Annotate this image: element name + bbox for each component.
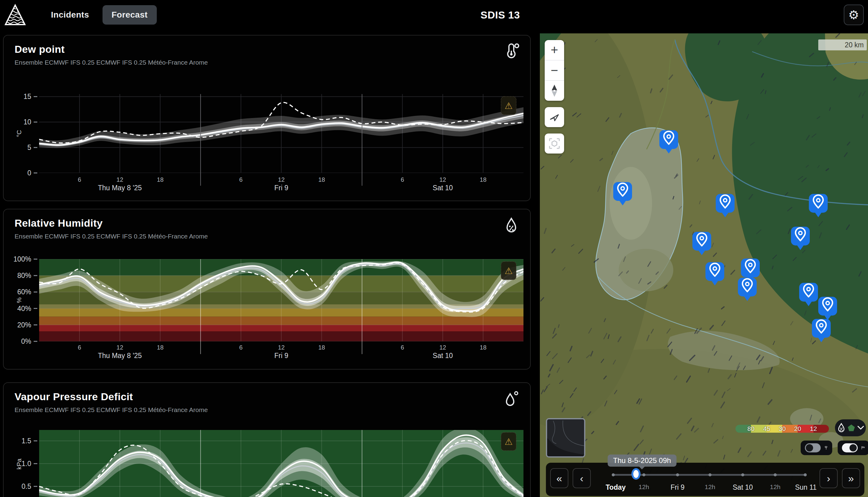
track-tick — [741, 473, 744, 477]
track-tick — [612, 473, 615, 477]
timeline-first-button[interactable]: « — [550, 468, 568, 488]
svg-text:10: 10 — [23, 118, 31, 126]
chart-warning-badge[interactable]: ⚠ — [501, 97, 516, 115]
panel-title: Dew point — [15, 43, 519, 55]
compass-button[interactable] — [545, 81, 564, 101]
svg-text:Thu May 8 '25: Thu May 8 '25 — [98, 184, 142, 192]
chart-warning-badge[interactable]: ⚠ — [501, 432, 516, 451]
tab-forecast[interactable]: Forecast — [102, 5, 157, 25]
map[interactable]: + − 20 km — [540, 33, 868, 497]
svg-text:12: 12 — [278, 176, 285, 183]
signpost-toggle[interactable] — [801, 441, 832, 455]
minus-icon: − — [551, 64, 558, 77]
timeline-label-fri9[interactable]: Fri 9 — [670, 483, 684, 492]
timeline-label-12h[interactable]: 12h — [705, 483, 715, 491]
humidity-legend-bar — [736, 425, 829, 433]
svg-text:kPa: kPa — [15, 458, 23, 470]
svg-text:12: 12 — [439, 176, 446, 183]
svg-text:18: 18 — [318, 344, 325, 351]
navigation-arrow-icon — [549, 112, 560, 123]
chart-warning-badge[interactable]: ⚠ — [501, 261, 516, 280]
map-zoom-controls: + − — [545, 40, 564, 101]
svg-text:Sat 10: Sat 10 — [433, 352, 453, 359]
legend-seg-green — [736, 425, 751, 433]
warning-triangle-icon: ⚠ — [505, 437, 513, 446]
layer-selector-pill[interactable] — [835, 419, 866, 436]
timeline-track[interactable] — [613, 474, 806, 476]
svg-text:18: 18 — [318, 176, 325, 183]
svg-text:1.5: 1.5 — [21, 437, 31, 445]
settings-button[interactable]: ⚙ — [844, 4, 864, 25]
svg-text:60%: 60% — [17, 288, 31, 296]
gear-icon: ⚙ — [848, 9, 859, 21]
panel-subtitle: Ensemble ECMWF IFS 0.25 ECMWF IFS 0.25 M… — [15, 406, 519, 414]
time-tooltip: Thu 8-5-2025 09h — [608, 455, 677, 467]
timeline-label-12h[interactable]: 12h — [770, 483, 780, 491]
scale-label: 20 km — [845, 41, 864, 49]
legend-seg-yellowgreen — [751, 425, 766, 433]
timeline-label-sat10[interactable]: Sat 10 — [733, 483, 753, 492]
timeline-label-sun11[interactable]: Sun 11 — [795, 483, 816, 492]
track-tick — [774, 473, 777, 477]
app-logo-triangle-icon[interactable] — [4, 3, 26, 26]
track-tick — [804, 473, 807, 477]
signpost-icon — [824, 443, 828, 453]
page-title: SDIS 13 — [157, 9, 844, 21]
timeline-last-button[interactable]: » — [842, 468, 860, 488]
svg-text:80%: 80% — [17, 272, 31, 280]
svg-text:Fri 9: Fri 9 — [274, 352, 288, 359]
svg-text:1.0: 1.0 — [21, 460, 31, 468]
fit-bounds-button[interactable] — [545, 133, 564, 154]
svg-text:18: 18 — [480, 176, 487, 183]
svg-text:6: 6 — [78, 176, 81, 183]
legend-seg-darkred — [813, 425, 829, 433]
timeline-bar: Thu 8-5-2025 09h « ‹ Today 12h Fri 9 12h… — [546, 463, 864, 496]
toggle-switch-on[interactable] — [842, 443, 858, 452]
warning-triangle-icon: ⚠ — [505, 266, 513, 276]
tab-incidents[interactable]: Incidents — [42, 5, 98, 25]
droplet-degree-icon — [504, 391, 519, 408]
zoom-in-button[interactable]: + — [545, 40, 564, 60]
svg-text:40%: 40% — [17, 304, 31, 313]
svg-text:18: 18 — [480, 344, 487, 351]
zoom-out-button[interactable]: − — [545, 60, 564, 81]
svg-text:6: 6 — [401, 344, 404, 351]
windsock-icon — [861, 443, 865, 453]
timeline-label-today[interactable]: Today — [606, 483, 626, 492]
svg-text:°C: °C — [15, 130, 23, 137]
svg-text:6: 6 — [401, 176, 404, 183]
svg-text:6: 6 — [239, 176, 243, 183]
windsock-toggle[interactable] — [838, 441, 868, 455]
toggle-switch-off[interactable] — [805, 443, 821, 452]
timeline-slider-handle[interactable] — [632, 468, 640, 480]
timeline-label-12h[interactable]: 12h — [638, 483, 649, 491]
legend-seg-red — [798, 425, 813, 433]
locate-button[interactable] — [545, 107, 564, 127]
panel-title: Vapour Pressure Deficit — [15, 391, 519, 403]
timeline-prev-button[interactable]: ‹ — [573, 468, 591, 488]
chart-panel-dew-point: Dew point Ensemble ECMWF IFS 0.25 ECMWF … — [3, 35, 531, 201]
track-tick — [676, 473, 679, 477]
timeline-next-button[interactable]: › — [820, 468, 838, 488]
legend-seg-orange — [782, 425, 798, 433]
minimap[interactable] — [546, 418, 585, 457]
humidity-droplet-icon — [504, 217, 519, 234]
svg-text:100%: 100% — [13, 255, 31, 263]
top-bar: Incidents Forecast SDIS 13 ⚙ — [0, 0, 868, 30]
svg-text:0.5: 0.5 — [21, 482, 31, 490]
warning-triangle-icon: ⚠ — [505, 101, 513, 111]
plus-icon: + — [551, 44, 558, 56]
humidity-droplet-icon — [837, 423, 845, 433]
svg-text:12: 12 — [116, 344, 123, 351]
svg-text:0%: 0% — [21, 337, 31, 345]
svg-text:12: 12 — [278, 344, 285, 351]
svg-text:%: % — [15, 297, 23, 303]
svg-text:Fri 9: Fri 9 — [274, 184, 288, 192]
svg-text:15: 15 — [23, 93, 31, 100]
minimap-canvas — [547, 419, 585, 457]
svg-text:Sat 10: Sat 10 — [433, 184, 453, 192]
track-tick — [708, 473, 711, 477]
chart-panel-vapour-pressure-deficit: Vapour Pressure Deficit Ensemble ECMWF I… — [3, 382, 531, 497]
svg-text:6: 6 — [239, 344, 243, 351]
legend-seg-yellow — [767, 425, 782, 433]
